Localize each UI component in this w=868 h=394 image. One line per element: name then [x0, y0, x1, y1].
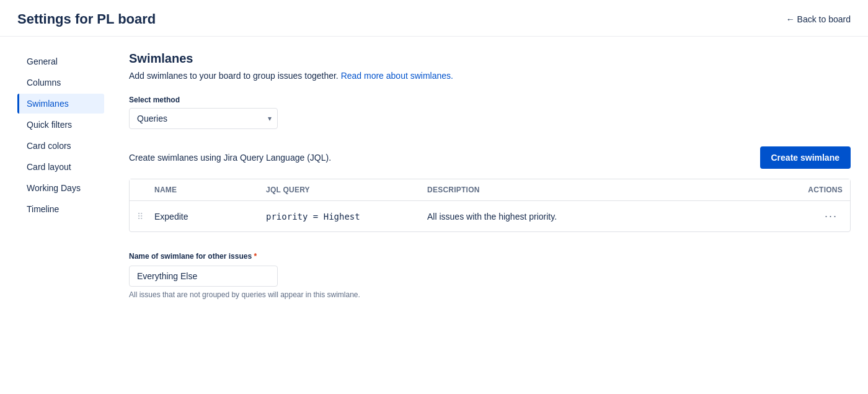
page-title: Settings for PL board [17, 11, 156, 27]
jql-info-row: Create swimlanes using Jira Query Langua… [129, 146, 851, 169]
sidebar-item-timeline[interactable]: Timeline [17, 199, 104, 219]
read-more-link[interactable]: Read more about swimlanes. [341, 71, 453, 81]
select-method-wrapper: NoneStoriesAssigneesQueriesEpics ▾ [129, 108, 278, 129]
table-row: ⠿ Expedite priority = Highest All issues… [130, 201, 850, 231]
col-name: Name [154, 186, 266, 194]
sidebar-item-card-colors[interactable]: Card colors [17, 136, 104, 156]
other-swimlane-section: Name of swimlane for other issues * All … [129, 252, 851, 299]
content-area: GeneralColumnsSwimlanesQuick filtersCard… [0, 37, 868, 314]
sidebar-item-swimlanes[interactable]: Swimlanes [17, 94, 104, 114]
row-name: Expedite [154, 212, 266, 222]
other-swimlane-hint: All issues that are not grouped by queri… [129, 290, 851, 299]
table-header: Name JQL query Description Actions [130, 179, 850, 201]
row-description: All issues with the highest priority. [427, 212, 793, 222]
jql-info-text: Create swimlanes using Jira Query Langua… [129, 153, 331, 163]
select-method-dropdown[interactable]: NoneStoriesAssigneesQueriesEpics [129, 108, 278, 129]
row-jql: priority = Highest [266, 212, 427, 222]
back-to-board-link[interactable]: ← Back to board [786, 14, 851, 24]
col-drag [137, 186, 154, 194]
row-actions: ··· [793, 208, 843, 224]
other-swimlane-input[interactable] [129, 266, 278, 287]
swimlanes-section-title: Swimlanes [129, 51, 851, 66]
other-swimlane-label: Name of swimlane for other issues * [129, 252, 851, 261]
sidebar-item-working-days[interactable]: Working Days [17, 178, 104, 198]
drag-handle-icon[interactable]: ⠿ [137, 212, 154, 222]
select-method-label: Select method [129, 96, 851, 104]
col-description: Description [427, 186, 793, 194]
sidebar-item-columns[interactable]: Columns [17, 73, 104, 92]
page-header: Settings for PL board ← Back to board [0, 0, 868, 37]
sidebar: GeneralColumnsSwimlanesQuick filtersCard… [17, 51, 117, 299]
col-jql: JQL query [266, 186, 427, 194]
sidebar-item-general[interactable]: General [17, 51, 104, 71]
description-text: Add swimlanes to your board to group iss… [129, 71, 339, 81]
sidebar-item-quick-filters[interactable]: Quick filters [17, 115, 104, 135]
actions-menu-button[interactable]: ··· [820, 208, 843, 224]
main-content: Swimlanes Add swimlanes to your board to… [117, 51, 851, 299]
col-actions: Actions [793, 186, 843, 194]
section-description: Add swimlanes to your board to group iss… [129, 71, 851, 81]
sidebar-item-card-layout[interactable]: Card layout [17, 157, 104, 177]
create-swimlane-button[interactable]: Create swimlane [760, 146, 851, 169]
required-star: * [252, 252, 257, 261]
sidebar-nav: GeneralColumnsSwimlanesQuick filtersCard… [17, 51, 104, 220]
swimlanes-table: Name JQL query Description Actions ⠿ Exp… [129, 179, 851, 232]
